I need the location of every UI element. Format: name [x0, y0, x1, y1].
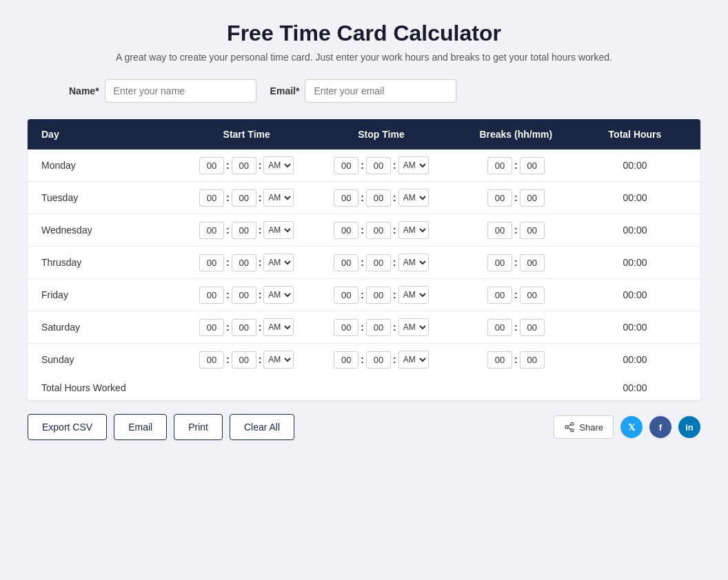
start-ampm-select[interactable]: AMPM — [263, 318, 294, 336]
svg-point-2 — [571, 429, 574, 432]
start-sep-1: : — [226, 192, 230, 203]
table-row: Wednesday : : AMPM : : AMPM — [28, 214, 700, 247]
start-ampm-select[interactable]: AMPM — [263, 189, 294, 207]
break-sep: : — [514, 160, 518, 171]
start-hour-input[interactable] — [199, 287, 224, 304]
stop-time-cell: : : AMPM — [314, 253, 448, 271]
start-min-input[interactable] — [232, 351, 256, 369]
stop-ampm-select[interactable]: AMPM — [398, 318, 429, 336]
stop-min-input[interactable] — [366, 189, 391, 207]
break-hour-input[interactable] — [487, 351, 512, 369]
stop-hour-input[interactable] — [334, 222, 358, 239]
start-sep-1: : — [226, 322, 230, 333]
break-sep: : — [514, 257, 518, 268]
stop-hour-input[interactable] — [334, 254, 358, 271]
page-header: Free Time Card Calculator A great way to… — [28, 21, 700, 63]
stop-hour-input[interactable] — [334, 319, 358, 336]
twitter-share-button[interactable]: 𝕏 — [620, 416, 643, 438]
break-min-input[interactable] — [520, 189, 545, 207]
svg-point-0 — [571, 422, 574, 425]
start-min-input[interactable] — [232, 254, 256, 271]
stop-time-cell: : : AMPM — [314, 156, 448, 174]
start-sep-2: : — [259, 192, 262, 203]
facebook-share-button[interactable]: f — [649, 416, 671, 438]
table-row: Sunday : : AMPM : : AMPM — [28, 344, 700, 375]
stop-ampm-select[interactable]: AMPM — [398, 156, 429, 174]
break-hour-input[interactable] — [487, 254, 512, 271]
start-min-input[interactable] — [232, 287, 256, 304]
start-ampm-select[interactable]: AMPM — [263, 221, 294, 239]
stop-min-input[interactable] — [366, 287, 391, 304]
linkedin-share-button[interactable]: in — [678, 416, 700, 438]
start-hour-input[interactable] — [199, 222, 224, 239]
share-button[interactable]: Share — [554, 415, 614, 439]
break-hour-input[interactable] — [487, 319, 512, 336]
name-field-group: Name* — [69, 79, 256, 103]
form-row: Name* Email* — [28, 79, 700, 103]
start-hour-input[interactable] — [199, 157, 224, 174]
start-min-input[interactable] — [232, 319, 256, 336]
stop-ampm-select[interactable]: AMPM — [398, 189, 429, 207]
stop-sep-1: : — [361, 257, 364, 268]
start-min-input[interactable] — [232, 157, 256, 174]
start-sep-1: : — [226, 354, 230, 365]
share-icon — [564, 422, 575, 433]
break-min-input[interactable] — [520, 287, 545, 304]
break-sep: : — [514, 225, 518, 236]
stop-ampm-select[interactable]: AMPM — [398, 351, 429, 369]
break-min-input[interactable] — [520, 222, 545, 239]
start-ampm-select[interactable]: AMPM — [263, 351, 294, 369]
email-label: Email* — [270, 85, 300, 96]
time-card-table: Day Start Time Stop Time Breaks (hh/mm) … — [28, 119, 700, 400]
email-input[interactable] — [305, 79, 456, 103]
start-hour-input[interactable] — [199, 254, 224, 271]
start-hour-input[interactable] — [199, 319, 224, 336]
stop-sep-1: : — [361, 289, 364, 300]
break-hour-input[interactable] — [487, 222, 512, 239]
email-field-group: Email* — [270, 79, 457, 103]
break-cell: : — [449, 319, 583, 336]
stop-hour-input[interactable] — [334, 287, 358, 304]
export-csv-button[interactable]: Export CSV — [28, 414, 107, 440]
stop-ampm-select[interactable]: AMPM — [398, 286, 429, 304]
start-ampm-select[interactable]: AMPM — [263, 156, 294, 174]
start-min-input[interactable] — [232, 222, 256, 239]
stop-hour-input[interactable] — [334, 351, 358, 369]
break-min-input[interactable] — [520, 157, 545, 174]
stop-ampm-select[interactable]: AMPM — [398, 253, 429, 271]
break-hour-input[interactable] — [487, 287, 512, 304]
start-time-cell: : : AMPM — [179, 189, 314, 207]
start-hour-input[interactable] — [199, 351, 224, 369]
start-sep-2: : — [259, 160, 262, 171]
start-hour-input[interactable] — [199, 189, 224, 207]
print-button[interactable]: Print — [174, 414, 223, 440]
break-hour-input[interactable] — [487, 189, 512, 207]
stop-min-input[interactable] — [366, 254, 391, 271]
break-min-input[interactable] — [520, 351, 545, 369]
svg-point-1 — [565, 426, 568, 428]
stop-min-input[interactable] — [366, 157, 391, 174]
stop-hour-input[interactable] — [334, 157, 358, 174]
start-ampm-select[interactable]: AMPM — [263, 253, 294, 271]
start-time-cell: : : AMPM — [179, 318, 314, 336]
day-label: Tuesday — [41, 192, 179, 203]
total-hours-row: Total Hours Worked 00:00 — [28, 375, 700, 400]
start-min-input[interactable] — [232, 189, 256, 207]
break-cell: : — [449, 222, 583, 239]
stop-min-input[interactable] — [366, 222, 391, 239]
start-sep-1: : — [226, 225, 230, 236]
break-min-input[interactable] — [520, 254, 545, 271]
email-button[interactable]: Email — [114, 414, 167, 440]
name-input[interactable] — [105, 79, 256, 103]
stop-hour-input[interactable] — [334, 189, 358, 207]
header-breaks: Breaks (hh/mm) — [449, 129, 583, 140]
clear-all-button[interactable]: Clear All — [230, 414, 294, 440]
stop-min-input[interactable] — [366, 351, 391, 369]
stop-ampm-select[interactable]: AMPM — [398, 221, 429, 239]
start-sep-2: : — [259, 289, 262, 300]
stop-min-input[interactable] — [366, 319, 391, 336]
start-sep-2: : — [259, 225, 262, 236]
break-min-input[interactable] — [520, 319, 545, 336]
break-hour-input[interactable] — [487, 157, 512, 174]
start-ampm-select[interactable]: AMPM — [263, 286, 294, 304]
